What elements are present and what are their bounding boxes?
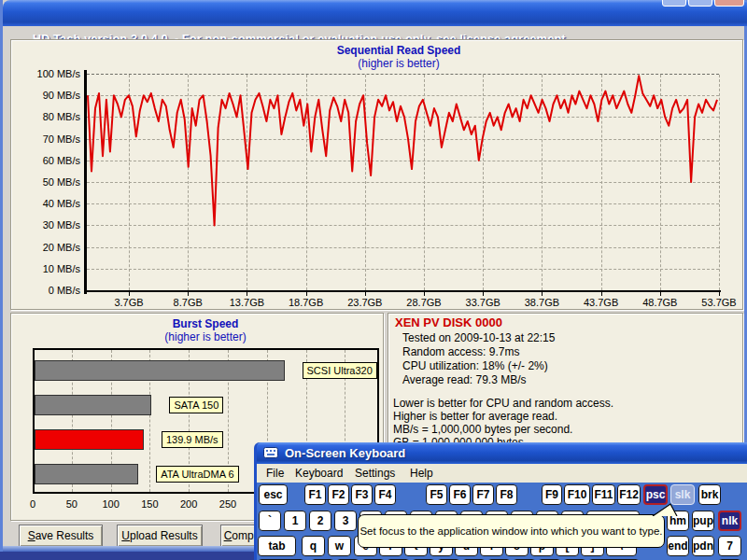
- tooltip-pointer: [629, 503, 685, 516]
- osk-key-F9[interactable]: F9: [542, 484, 562, 505]
- drive-info-note: Lower is better for CPU and random acces…: [393, 397, 613, 410]
- save-results-button[interactable]: Save Results: [19, 525, 103, 547]
- drive-info-note: MB/s = 1,000,000 bytes per second.: [393, 423, 572, 436]
- upload-results-button[interactable]: Upload Results: [117, 525, 203, 547]
- osk-menu-settings[interactable]: Settings: [355, 464, 395, 483]
- osk-key-brk[interactable]: brk: [698, 484, 721, 505]
- osk-tooltip: Set focus to the application window into…: [358, 514, 665, 548]
- seq-x-tick: [247, 292, 247, 296]
- osk-key-psc[interactable]: psc: [643, 484, 668, 505]
- osk-key-F7[interactable]: F7: [472, 484, 494, 505]
- seq-x-tick: [188, 292, 189, 296]
- seq-x-tick-label: 18.7GB: [276, 297, 336, 308]
- burst-x-tick-label: 0: [19, 498, 47, 510]
- osk-key-end[interactable]: end: [667, 536, 689, 556]
- osk-key-F5[interactable]: F5: [426, 484, 447, 505]
- drive-info-line: Tested on 2009-10-13 at 22:15: [402, 331, 555, 344]
- osk-menu-file[interactable]: File: [266, 464, 284, 483]
- osk-key-F3[interactable]: F3: [351, 484, 373, 505]
- burst-bar-label: 139.9 MB/s: [162, 431, 223, 448]
- seq-x-tick: [542, 292, 543, 296]
- drive-info-note: Higher is better for average read.: [393, 410, 557, 423]
- osk-menubar: FileKeyboardSettingsHelp: [257, 464, 747, 483]
- osk-key-F4[interactable]: F4: [374, 484, 396, 505]
- osk-key-x[interactable]: `: [259, 511, 281, 531]
- seq-y-tick-label: 40 MB/s: [22, 198, 80, 209]
- burst-x-tick-label: 200: [175, 498, 203, 510]
- save-results-label: ave Results: [35, 529, 94, 542]
- seq-x-tick-label: 43.7GB: [571, 297, 631, 308]
- seq-x-tick: [129, 292, 130, 296]
- seq-x-tick-label: 38.7GB: [512, 297, 571, 308]
- compare-results-accel: C: [224, 529, 233, 542]
- osk-key-F8[interactable]: F8: [496, 484, 517, 505]
- seq-y-tick-label: 20 MB/s: [22, 242, 80, 253]
- seq-chart-title: Sequential Read Speed: [259, 44, 539, 57]
- burst-chart-subtitle: (higher is better): [65, 330, 345, 343]
- osk-key-2[interactable]: 2: [309, 511, 331, 531]
- seq-x-tick-label: 13.7GB: [217, 297, 276, 308]
- seq-y-tick-label: 0 MB/s: [22, 285, 80, 296]
- minimize-button[interactable]: [662, 0, 686, 7]
- keyboard-icon: [263, 447, 278, 458]
- upload-results-label: pload Results: [130, 529, 198, 542]
- osk-key-F1[interactable]: F1: [304, 484, 326, 505]
- drive-info-line: Random access: 9.7ms: [402, 345, 519, 358]
- sequential-read-panel: Sequential Read Speed (higher is better)…: [10, 39, 743, 310]
- seq-x-tick-label: 33.7GB: [453, 297, 513, 308]
- seq-x-tick: [719, 292, 720, 296]
- seq-y-tick-label: 50 MB/s: [22, 176, 80, 188]
- seq-x-tick-label: 53.7GB: [689, 297, 747, 308]
- osk-key-w[interactable]: w: [328, 536, 351, 556]
- osk-key-3[interactable]: 3: [334, 511, 357, 531]
- osk-key-F2[interactable]: F2: [328, 484, 349, 505]
- seq-x-tick-label: 3.7GB: [99, 297, 159, 308]
- osk-key-F6[interactable]: F6: [449, 484, 471, 505]
- seq-y-tick-label: 80 MB/s: [22, 111, 80, 122]
- osk-key-nlk[interactable]: nlk: [718, 511, 741, 531]
- osk-key-F11[interactable]: F11: [592, 484, 615, 505]
- seq-x-tick-label: 48.7GB: [630, 297, 690, 308]
- seq-x-tick-label: 23.7GB: [335, 297, 395, 308]
- upload-results-accel: U: [121, 529, 130, 542]
- osk-key-esc[interactable]: esc: [259, 484, 288, 505]
- osk-key-7[interactable]: 7: [718, 536, 741, 556]
- drive-name: XEN PV DISK 0000: [395, 315, 502, 329]
- osk-key-pdn[interactable]: pdn: [692, 536, 714, 556]
- burst-bar-label: SCSI Ultra320: [303, 362, 377, 379]
- osk-key-F12[interactable]: F12: [617, 484, 641, 505]
- seq-y-tick-label: 100 MB/s: [22, 68, 80, 79]
- osk-key-tab[interactable]: tab: [258, 536, 296, 556]
- on-screen-keyboard-window: On-Screen Keyboard FileKeyboardSettingsH…: [254, 442, 747, 560]
- screen: HD Tach version 3.0.4.0 - For non-commer…: [0, 0, 747, 560]
- burst-chart-title: Burst Speed: [65, 317, 345, 330]
- seq-x-tick: [601, 292, 602, 296]
- close-button[interactable]: [714, 0, 744, 7]
- burst-x-tick-label: 100: [97, 498, 125, 510]
- seq-y-tick-label: 90 MB/s: [22, 90, 80, 101]
- osk-key-q[interactable]: q: [302, 536, 325, 556]
- burst-x-tick-label: 150: [135, 498, 163, 510]
- seq-read-line: [86, 72, 719, 292]
- seq-y-tick-label: 30 MB/s: [22, 219, 80, 231]
- burst-bar: [35, 360, 285, 381]
- drive-info-line: Average read: 79.3 MB/s: [402, 373, 527, 386]
- osk-title: On-Screen Keyboard: [285, 442, 405, 464]
- drive-info-line: CPU utilization: 18% (+/- 2%): [402, 359, 548, 372]
- osk-menu-help[interactable]: Help: [410, 464, 433, 483]
- osk-key-1[interactable]: 1: [284, 511, 306, 531]
- seq-x-tick: [306, 292, 307, 296]
- seq-y-tick-label: 70 MB/s: [22, 133, 80, 145]
- burst-bar: [35, 429, 144, 450]
- save-results-accel: S: [28, 529, 35, 542]
- burst-bar-label: SATA 150: [169, 397, 223, 413]
- osk-titlebar: On-Screen Keyboard: [257, 442, 747, 464]
- burst-bar: [35, 395, 151, 415]
- burst-x-tick-label: 50: [58, 498, 86, 510]
- seq-x-tick: [660, 292, 661, 296]
- osk-key-F10[interactable]: F10: [564, 484, 590, 505]
- osk-key-pup[interactable]: pup: [692, 511, 714, 531]
- osk-menu-keyboard[interactable]: Keyboard: [295, 464, 343, 483]
- osk-key-slk[interactable]: slk: [670, 484, 695, 505]
- maximize-button[interactable]: [688, 0, 712, 7]
